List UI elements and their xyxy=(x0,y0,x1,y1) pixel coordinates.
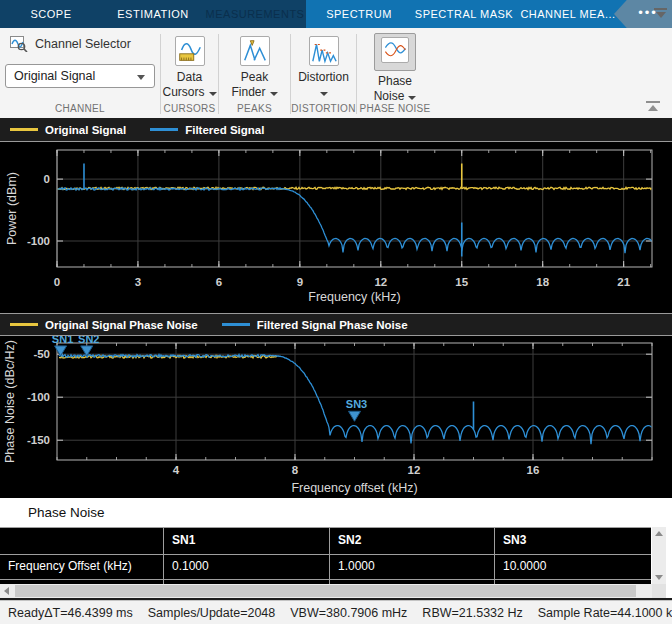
svg-text:Phase Noise (dBc/Hz): Phase Noise (dBc/Hz) xyxy=(3,340,17,463)
collapse-arrow-icon xyxy=(648,105,658,111)
group-label-distortion: DISTORTION xyxy=(291,103,356,114)
ribbon-group-cursors: Data Cursors CURSORS xyxy=(161,28,218,118)
power-spectrum-chart[interactable]: 0369121518210-100Frequency (kHz)Power (d… xyxy=(0,142,672,307)
table-header-empty xyxy=(0,528,164,554)
svg-text:Power (dBm): Power (dBm) xyxy=(5,172,19,245)
scroll-left-arrow-icon[interactable] xyxy=(4,587,9,595)
group-label-phase-noise: PHASE NOISE xyxy=(357,103,433,114)
peak-finder-button[interactable]: Peak Finder xyxy=(219,36,290,100)
channel-select-value: Original Signal xyxy=(14,69,95,83)
ribbon: Channel Selector Original Signal CHANNEL… xyxy=(0,28,672,118)
ribbon-group-peaks: Peak Finder PEAKS xyxy=(219,28,290,118)
collapse-ribbon-button[interactable] xyxy=(646,101,660,111)
status-rbw: RBW=21.5332 Hz xyxy=(422,606,522,620)
panel-title: Phase Noise xyxy=(28,498,105,527)
data-cursors-label-line2: Cursors xyxy=(162,85,204,99)
spectrum-analyzer-window: SCOPE ESTIMATION MEASUREMENTS SPECTRUM S… xyxy=(0,0,672,624)
legend-label: Original Signal Phase Noise xyxy=(45,319,198,331)
scrollbar-corner xyxy=(652,584,666,598)
peak-finder-label-line1: Peak xyxy=(219,70,290,85)
scroll-up-arrow-icon[interactable] xyxy=(655,531,663,536)
table-horizontal-scrollbar[interactable] xyxy=(0,584,666,598)
svg-text:SN2: SN2 xyxy=(78,336,99,345)
channel-select-dropdown[interactable]: Original Signal xyxy=(5,64,155,88)
tab-channel-measurements[interactable]: CHANNEL MEA... xyxy=(516,0,620,28)
svg-text:21: 21 xyxy=(617,276,630,288)
phase-noise-legend: Original Signal Phase Noise Filtered Sig… xyxy=(0,313,672,336)
svg-text:8: 8 xyxy=(292,464,299,476)
legend-item-original-signal[interactable]: Original Signal xyxy=(10,124,126,136)
data-cursors-button[interactable]: Data Cursors xyxy=(161,36,218,100)
svg-text:SN1: SN1 xyxy=(52,336,73,345)
tab-scope[interactable]: SCOPE xyxy=(0,0,102,28)
distortion-label: Distortion xyxy=(291,70,356,85)
chevron-down-icon xyxy=(270,92,278,96)
status-delta-t: ΔT=46.4399 ms xyxy=(44,606,133,620)
table-vertical-scrollbar[interactable] xyxy=(652,527,666,584)
cell-sn2-value[interactable]: 1.0000 xyxy=(330,555,495,579)
phase-noise-panel: Phase Noise SN1 SN2 SN3 Frequency Offset… xyxy=(0,498,672,598)
table-header-sn2: SN2 xyxy=(330,528,495,554)
phase-noise-label-line2: Noise xyxy=(374,89,405,103)
svg-text:Frequency (kHz): Frequency (kHz) xyxy=(308,290,400,304)
legend-item-filtered-signal[interactable]: Filtered Signal xyxy=(150,124,264,136)
spectrum-legend: Original Signal Filtered Signal xyxy=(0,118,672,142)
legend-line-sample xyxy=(150,128,178,131)
phase-noise-button[interactable]: Phase Noise xyxy=(357,33,433,104)
status-ready: Ready xyxy=(8,606,44,620)
data-cursors-label-line1: Data xyxy=(161,70,218,85)
cell-sn3-value[interactable]: 10.0000 xyxy=(495,555,651,579)
svg-text:-100: -100 xyxy=(27,235,50,247)
ribbon-group-channel: Channel Selector Original Signal CHANNEL xyxy=(0,28,160,118)
chevron-down-icon xyxy=(209,92,217,96)
table-header-row: SN1 SN2 SN3 xyxy=(0,528,651,555)
status-samples-update: Samples/Update=2048 xyxy=(148,606,276,620)
scrollbar-thumb[interactable] xyxy=(15,585,636,597)
svg-text:16: 16 xyxy=(527,464,540,476)
svg-text:Frequency offset (kHz): Frequency offset (kHz) xyxy=(291,481,417,495)
legend-label: Filtered Signal xyxy=(185,124,264,136)
channel-selector-label: Channel Selector xyxy=(35,37,131,51)
data-cursors-icon xyxy=(175,36,205,66)
table-row[interactable]: Frequency Offset (kHz) 0.1000 1.0000 10.… xyxy=(0,555,651,580)
peak-finder-label-line2: Finder xyxy=(231,85,265,99)
phase-noise-table: SN1 SN2 SN3 Frequency Offset (kHz) 0.100… xyxy=(0,527,651,586)
tab-measurements[interactable]: MEASUREMENTS xyxy=(204,0,306,28)
status-bar: Ready ΔT=46.4399 ms Samples/Update=2048 … xyxy=(0,600,672,624)
legend-item-original-phase-noise[interactable]: Original Signal Phase Noise xyxy=(10,319,198,331)
status-sample-rate: Sample Rate=44.1000 kHz xyxy=(538,606,672,620)
status-trigger-icon[interactable] xyxy=(654,8,667,17)
chevron-down-icon xyxy=(320,92,328,96)
scroll-down-arrow-icon[interactable] xyxy=(655,575,663,580)
toolstrip-tabbar: SCOPE ESTIMATION MEASUREMENTS SPECTRUM S… xyxy=(0,0,672,28)
svg-text:6: 6 xyxy=(216,276,222,288)
ribbon-group-distortion: Distortion DISTORTION xyxy=(291,28,356,118)
group-label-peaks: PEAKS xyxy=(219,103,290,114)
svg-text:4: 4 xyxy=(173,464,180,476)
cell-sn1-value[interactable]: 0.1000 xyxy=(164,555,330,579)
tab-spectrum[interactable]: SPECTRUM xyxy=(306,0,412,28)
legend-item-filtered-phase-noise[interactable]: Filtered Signal Phase Noise xyxy=(222,319,408,331)
svg-text:0: 0 xyxy=(54,276,60,288)
legend-label: Filtered Signal Phase Noise xyxy=(257,319,408,331)
phase-noise-button-selected-frame xyxy=(374,33,416,71)
tab-spectral-mask[interactable]: SPECTRAL MASK xyxy=(412,0,516,28)
legend-label: Original Signal xyxy=(45,124,126,136)
ribbon-group-phase-noise: Phase Noise PHASE NOISE xyxy=(357,28,433,118)
svg-text:9: 9 xyxy=(297,276,303,288)
tab-estimation[interactable]: ESTIMATION xyxy=(102,0,204,28)
channel-selector-icon xyxy=(10,36,28,52)
distortion-button[interactable]: Distortion xyxy=(291,36,356,100)
row-label: Frequency Offset (kHz) xyxy=(0,555,164,579)
legend-line-sample xyxy=(10,128,38,131)
svg-text:12: 12 xyxy=(374,276,387,288)
svg-text:18: 18 xyxy=(536,276,549,288)
svg-text:0: 0 xyxy=(44,173,50,185)
svg-text:SN3: SN3 xyxy=(346,398,367,410)
table-header-sn1: SN1 xyxy=(164,528,330,554)
peak-finder-icon xyxy=(240,36,270,66)
group-label-channel: CHANNEL xyxy=(0,103,160,114)
phase-noise-chart[interactable]: 481216-50-100-150Frequency offset (kHz)P… xyxy=(0,336,672,498)
svg-text:15: 15 xyxy=(455,276,468,288)
legend-line-sample xyxy=(222,323,250,326)
